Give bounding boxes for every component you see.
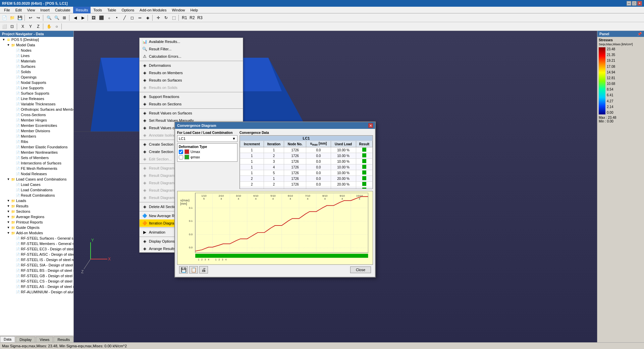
tb-surfaces[interactable]: ◻ xyxy=(128,14,136,21)
tb-view-y[interactable]: Y xyxy=(27,23,34,30)
tree-item[interactable]: 📄Member Hinges xyxy=(0,117,73,123)
tb-move[interactable]: ✛ xyxy=(155,14,162,21)
menu-item-resultsonsurfaces[interactable]: ◈Results on Surfaces xyxy=(140,77,243,84)
tree-item[interactable]: 📄Sets of Members xyxy=(0,155,73,160)
menu-options[interactable]: Options xyxy=(119,7,137,13)
tree-item[interactable]: 📄Ribs xyxy=(0,139,73,144)
tree-item[interactable]: 📄Lines xyxy=(0,53,73,58)
tree-item[interactable]: 📄Load Cases xyxy=(0,182,73,187)
tree-item[interactable]: 📄Surface Supports xyxy=(0,91,73,96)
tree-item[interactable]: 📄RF-STEEL SIA - Design of steel me xyxy=(0,262,73,268)
tb-view-z[interactable]: Z xyxy=(35,23,42,30)
tree-item[interactable]: 📄RF-STEEL AS - Design of steel mem xyxy=(0,284,73,289)
tree-item[interactable]: 📄RF-STEEL Members - General stresses xyxy=(0,241,73,246)
tree-item[interactable]: 📄Nodal Releases xyxy=(0,171,73,177)
tab-data[interactable]: Data xyxy=(0,336,15,342)
phimax-checkbox[interactable] xyxy=(179,155,183,159)
tb-select-all[interactable]: ⬜ xyxy=(1,23,8,30)
project-tree[interactable]: ▼🖥POS 5 [Desktop]▼📁Model Data📄Nodes📄Line… xyxy=(0,37,73,336)
tree-item[interactable]: 📄Member Eccentricities xyxy=(0,123,73,128)
tree-item[interactable]: 📄Surfaces xyxy=(0,64,73,69)
tree-item[interactable]: 📄Load Combinations xyxy=(0,187,73,193)
tree-item[interactable]: ▼📁Add-on Modules xyxy=(0,230,73,236)
tree-item[interactable]: 📄Openings xyxy=(0,74,73,80)
tab-display[interactable]: Display xyxy=(16,337,35,342)
tree-item[interactable]: 📄Result Combinations xyxy=(0,193,73,198)
menu-edit[interactable]: Edit xyxy=(13,7,24,13)
tree-item[interactable]: ▼📁Results xyxy=(0,203,73,209)
tb-new[interactable]: 📄 xyxy=(1,14,8,21)
tb-undo[interactable]: ↩ xyxy=(27,14,34,21)
tab-results[interactable]: Results xyxy=(54,337,73,342)
tree-item[interactable]: ▼📁Guide Objects xyxy=(0,225,73,230)
tb-pan[interactable]: ✋ xyxy=(45,23,53,30)
tb-view-x[interactable]: X xyxy=(19,23,26,30)
tree-item[interactable]: 📄Line Releases xyxy=(0,96,73,101)
tree-item[interactable]: 📄Member Divisions xyxy=(0,128,73,134)
tb-result2[interactable]: R2 xyxy=(189,14,196,21)
tb-deselect[interactable]: ⊡ xyxy=(8,23,16,30)
tb-solids[interactable]: ◈ xyxy=(144,14,151,21)
menu-tools[interactable]: Tools xyxy=(91,7,105,13)
tree-item[interactable]: 📄Line Supports xyxy=(0,85,73,91)
umax-checkbox[interactable] xyxy=(179,150,183,154)
tree-item[interactable]: ▼📁Load Cases and Combinations xyxy=(0,177,73,182)
tb-result1[interactable]: R1 xyxy=(181,14,188,21)
menu-item-availableresults[interactable]: 📊Available Results... xyxy=(140,38,243,45)
tree-item[interactable]: 📄Solids xyxy=(0,69,73,74)
tb-render[interactable]: ⬛ xyxy=(98,14,105,21)
menu-item-resultsonmembers[interactable]: ◈Results on Members xyxy=(140,69,243,77)
menu-item-supportreactions[interactable]: ◈Support Reactions xyxy=(140,93,243,100)
tb-nodes[interactable]: • xyxy=(113,14,120,21)
menu-insert[interactable]: Insert xyxy=(38,7,52,13)
menu-calculate[interactable]: Calculate xyxy=(52,7,73,13)
tb-open[interactable]: 📁 xyxy=(8,14,16,21)
tree-item[interactable]: 📄RF-STEEL Surfaces - General stresses xyxy=(0,236,73,241)
tb-zoom-fit[interactable]: ⊞ xyxy=(61,14,68,21)
dialog-save-btn[interactable]: 💾 xyxy=(179,266,188,273)
dialog-close-button[interactable]: Close xyxy=(350,266,371,273)
tb-3d[interactable]: 🖼 xyxy=(90,14,97,21)
center-view[interactable]: Y X Z 📊Available Results...🔍Result Filte… xyxy=(74,31,597,342)
tree-root[interactable]: ▼🖥POS 5 [Desktop] xyxy=(0,37,73,42)
right-panel-pin[interactable]: 📌 xyxy=(637,32,642,36)
tree-item[interactable]: 📄Variable Thicknesses xyxy=(0,101,73,107)
tb-select[interactable]: ⬚ xyxy=(170,14,177,21)
menu-table[interactable]: Table xyxy=(105,7,119,13)
tb-rotate[interactable]: ↻ xyxy=(162,14,170,21)
tb-redo[interactable]: ↪ xyxy=(35,14,42,21)
conv-table-container[interactable]: LC1 Increment Iteration Node No. umax [m… xyxy=(239,135,373,189)
tree-item[interactable]: 📄Nodes xyxy=(0,48,73,53)
load-case-combo[interactable]: LC1 ▼ xyxy=(177,135,237,142)
menu-help[interactable]: Help xyxy=(188,7,201,13)
tree-item[interactable]: 📄Orthotropic Surfaces and Members xyxy=(0,107,73,112)
menu-item-resultfilter[interactable]: 🔍Result Filter... xyxy=(140,45,243,53)
tree-item[interactable]: ▼📁Loads xyxy=(0,198,73,203)
tree-item[interactable]: 📄RF-STEEL AISC - Design of steel m xyxy=(0,252,73,257)
tree-item[interactable]: 📄Materials xyxy=(0,58,73,64)
menu-file[interactable]: File xyxy=(1,7,13,13)
maximize-button[interactable]: □ xyxy=(632,1,637,6)
tree-item[interactable]: 📄Intersections of Surfaces xyxy=(0,160,73,166)
tree-item[interactable]: 📄RF-STEEL BS - Design of steel mem xyxy=(0,268,73,273)
menu-addon[interactable]: Add-on Modules xyxy=(137,7,169,13)
menu-window[interactable]: Window xyxy=(169,7,187,13)
tree-item[interactable]: 📄Nodal Supports xyxy=(0,80,73,85)
dialog-copy-btn[interactable]: 📋 xyxy=(189,266,198,273)
tb-result3[interactable]: R3 xyxy=(196,14,204,21)
dialog-print-btn[interactable]: 🖨 xyxy=(199,266,208,273)
dialog-close-x[interactable]: ✕ xyxy=(368,123,373,128)
tree-item[interactable]: 📄RF-STEEL EC3 - Design of steel me xyxy=(0,246,73,252)
tree-item[interactable]: 📄RF-ALUMINIUM - Design of alumi xyxy=(0,289,73,295)
tree-item[interactable]: 📄Cross-Sections xyxy=(0,112,73,117)
tab-views[interactable]: Views xyxy=(36,337,53,342)
tb-zoom-in[interactable]: 🔍 xyxy=(45,14,53,21)
tree-item[interactable]: 📄FE Mesh Refinements xyxy=(0,166,73,171)
tree-item[interactable]: 📄Members xyxy=(0,134,73,139)
menu-results[interactable]: Results xyxy=(73,7,91,13)
tb-back[interactable]: ◀ xyxy=(71,14,79,21)
close-button[interactable]: ✕ xyxy=(637,1,642,6)
tb-save[interactable]: 💾 xyxy=(16,14,23,21)
tree-item[interactable]: ▼📁Model Data xyxy=(0,42,73,48)
tree-item[interactable]: ▼📁Sections xyxy=(0,209,73,214)
